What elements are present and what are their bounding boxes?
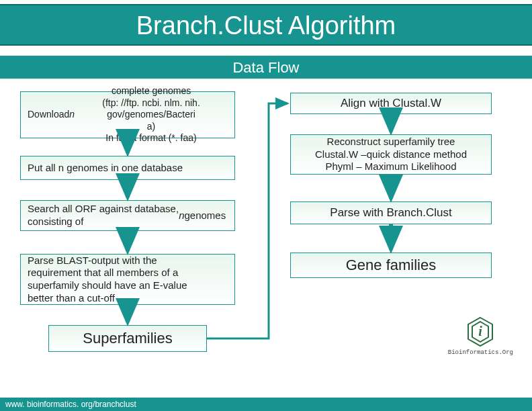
- svg-text:i: i: [479, 324, 483, 338]
- footer-url: www. bioinformatics. org/branchclust: [5, 400, 136, 409]
- diagram-area: Download n complete genomes(ftp: //ftp. …: [0, 79, 532, 375]
- logo-icon: i: [464, 316, 496, 348]
- box-reconstruct-tree: Reconstruct superfamily treeClustal.W –q…: [290, 134, 492, 175]
- subtitle-bar: Data Flow: [0, 55, 532, 79]
- page-subtitle: Data Flow: [0, 56, 532, 80]
- page-title: Branch.Clust Algorithm: [0, 5, 532, 46]
- box-parse-blast: Parse BLAST-output with therequirement t…: [20, 254, 235, 305]
- box-put-genomes-db: Put all n genomes in one database: [20, 156, 235, 180]
- footer-bar: www. bioinformatics. org/branchclust: [0, 398, 532, 411]
- box-align-clustalw: Align with Clustal.W: [290, 93, 492, 114]
- box-gene-families: Gene families: [290, 253, 492, 278]
- title-bar: Branch.Clust Algorithm: [0, 4, 532, 46]
- box-superfamilies: Superfamilies: [48, 325, 207, 352]
- box-parse-branchclust: Parse with Branch.Clust: [290, 201, 492, 224]
- box-download-genomes: Download n complete genomes(ftp: //ftp. …: [20, 91, 235, 138]
- logo-caption: Bioinformatics.Org: [448, 349, 513, 356]
- bioinformatics-logo: i Bioinformatics.Org: [448, 316, 513, 356]
- box-search-orf: Search all ORF against database,consisti…: [20, 200, 235, 231]
